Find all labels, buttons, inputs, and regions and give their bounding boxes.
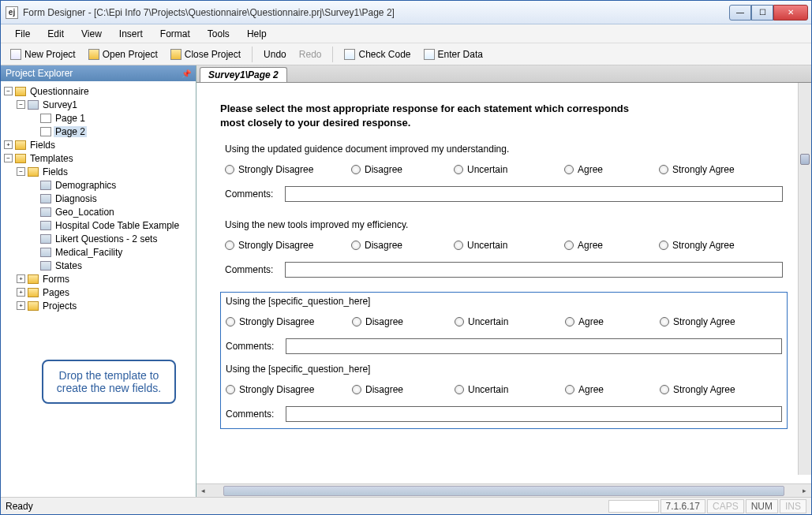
menu-format[interactable]: Format bbox=[152, 26, 198, 42]
likert-option[interactable]: Agree bbox=[565, 316, 628, 327]
tree-page-1[interactable]: Page 1 bbox=[2, 111, 194, 125]
pin-icon[interactable]: 📌 bbox=[181, 69, 191, 78]
likert-option[interactable]: Uncertain bbox=[455, 384, 533, 395]
close-button[interactable]: ✕ bbox=[773, 5, 808, 21]
radio-icon[interactable] bbox=[660, 317, 669, 327]
radio-icon[interactable] bbox=[659, 165, 668, 174]
question-block[interactable]: Using the new tools improved my efficien… bbox=[220, 216, 788, 284]
tree-fields[interactable]: +Fields bbox=[2, 138, 194, 151]
check-code-button[interactable]: Check Code bbox=[339, 47, 415, 62]
likert-option[interactable]: Agree bbox=[565, 384, 628, 395]
likert-option[interactable]: Strongly Agree bbox=[660, 316, 747, 327]
likert-option[interactable]: Strongly Disagree bbox=[226, 384, 320, 395]
expand-icon[interactable]: + bbox=[17, 301, 25, 310]
radio-icon[interactable] bbox=[226, 385, 235, 394]
radio-icon[interactable] bbox=[352, 317, 361, 327]
tree-pages-group[interactable]: +Pages bbox=[2, 285, 194, 299]
radio-icon[interactable] bbox=[454, 241, 463, 250]
tree-template-item[interactable]: Geo_Location bbox=[2, 205, 194, 218]
vertical-scrollbar[interactable] bbox=[798, 83, 811, 475]
minimize-button[interactable]: — bbox=[729, 5, 751, 21]
likert-option[interactable]: Disagree bbox=[352, 316, 423, 327]
collapse-icon[interactable]: − bbox=[4, 87, 13, 95]
likert-option[interactable]: Agree bbox=[564, 164, 627, 175]
radio-icon[interactable] bbox=[226, 317, 235, 327]
canvas-scroll[interactable]: Please select the most appropriate respo… bbox=[196, 83, 811, 483]
tree-templates-fields[interactable]: −Fields bbox=[2, 165, 194, 178]
menu-help[interactable]: Help bbox=[239, 26, 275, 42]
open-project-button[interactable]: Open Project bbox=[84, 47, 163, 62]
tree-page-2[interactable]: Page 2 bbox=[2, 125, 194, 138]
radio-icon[interactable] bbox=[455, 385, 464, 394]
enter-data-button[interactable]: Enter Data bbox=[419, 47, 488, 62]
radio-icon[interactable] bbox=[225, 241, 234, 250]
scroll-right-arrow[interactable]: ▸ bbox=[798, 484, 811, 498]
scroll-track[interactable] bbox=[223, 486, 784, 496]
expand-icon[interactable]: + bbox=[4, 140, 13, 149]
likert-option[interactable]: Strongly Disagree bbox=[225, 240, 320, 251]
tree-template-item[interactable]: Medical_Facility bbox=[2, 245, 194, 259]
expand-icon[interactable]: + bbox=[17, 274, 25, 283]
radio-icon[interactable] bbox=[351, 241, 361, 250]
comments-input[interactable] bbox=[285, 186, 783, 202]
radio-icon[interactable] bbox=[660, 385, 669, 394]
radio-icon[interactable] bbox=[565, 385, 574, 394]
tree-template-item[interactable]: Demographics bbox=[2, 178, 194, 192]
radio-icon[interactable] bbox=[225, 165, 234, 174]
likert-option[interactable]: Uncertain bbox=[455, 316, 533, 327]
tree-forms[interactable]: +Forms bbox=[2, 272, 194, 285]
tree-template-item[interactable]: Diagnosis bbox=[2, 192, 194, 205]
tree-survey[interactable]: −Survey1 bbox=[2, 98, 194, 111]
menu-tools[interactable]: Tools bbox=[200, 26, 238, 42]
likert-option[interactable]: Disagree bbox=[351, 164, 422, 175]
likert-option[interactable]: Disagree bbox=[352, 384, 423, 395]
menu-view[interactable]: View bbox=[73, 26, 110, 42]
expand-icon[interactable]: + bbox=[17, 288, 25, 297]
radio-icon[interactable] bbox=[352, 385, 361, 394]
likert-option[interactable]: Agree bbox=[564, 240, 627, 251]
comments-input[interactable] bbox=[286, 338, 782, 354]
radio-icon[interactable] bbox=[565, 317, 574, 327]
scroll-thumb[interactable] bbox=[800, 154, 810, 165]
selected-template-group[interactable]: Using the [specific_question_here]Strong… bbox=[220, 292, 788, 429]
new-project-button[interactable]: New Project bbox=[6, 47, 80, 62]
likert-option[interactable]: Uncertain bbox=[454, 240, 533, 251]
radio-icon[interactable] bbox=[455, 317, 464, 327]
radio-icon[interactable] bbox=[564, 241, 574, 250]
likert-option[interactable]: Strongly Disagree bbox=[226, 316, 320, 327]
tree-template-item[interactable]: Likert Questions - 2 sets bbox=[2, 232, 194, 245]
collapse-icon[interactable]: − bbox=[4, 154, 13, 162]
likert-option[interactable]: Strongly Disagree bbox=[225, 164, 320, 175]
comments-input[interactable] bbox=[286, 406, 782, 422]
tab-current-page[interactable]: Survey1\Page 2 bbox=[200, 67, 287, 82]
radio-icon[interactable] bbox=[454, 165, 463, 174]
radio-icon[interactable] bbox=[351, 165, 361, 174]
tree-projects[interactable]: +Projects bbox=[2, 299, 194, 312]
likert-option[interactable]: Disagree bbox=[351, 240, 422, 251]
scroll-left-arrow[interactable]: ◂ bbox=[196, 484, 210, 498]
tree-template-item[interactable]: States bbox=[2, 259, 194, 272]
redo-button[interactable]: Redo bbox=[294, 47, 327, 62]
collapse-icon[interactable]: − bbox=[17, 100, 25, 109]
menu-insert[interactable]: Insert bbox=[111, 26, 151, 42]
radio-icon[interactable] bbox=[659, 241, 668, 250]
menu-file[interactable]: File bbox=[7, 26, 38, 42]
scroll-thumb[interactable] bbox=[224, 487, 784, 495]
maximize-button[interactable]: ☐ bbox=[751, 5, 773, 21]
menu-edit[interactable]: Edit bbox=[39, 26, 72, 42]
question-block[interactable]: Using the [specific_question_here]Strong… bbox=[221, 360, 787, 428]
undo-button[interactable]: Undo bbox=[259, 47, 291, 62]
question-block[interactable]: Using the [specific_question_here]Strong… bbox=[221, 293, 787, 360]
likert-option[interactable]: Strongly Agree bbox=[660, 384, 747, 395]
radio-icon[interactable] bbox=[564, 165, 574, 174]
tree-template-item[interactable]: Hospital Code Table Example bbox=[2, 218, 194, 232]
tree-root[interactable]: −Questionnaire bbox=[2, 84, 194, 98]
comments-input[interactable] bbox=[285, 262, 783, 278]
likert-option[interactable]: Strongly Agree bbox=[659, 164, 746, 175]
likert-option[interactable]: Strongly Agree bbox=[659, 240, 746, 251]
close-project-button[interactable]: Close Project bbox=[166, 47, 245, 62]
question-block[interactable]: Using the updated guidence document impr… bbox=[220, 140, 788, 208]
likert-option[interactable]: Uncertain bbox=[454, 164, 533, 175]
horizontal-scrollbar[interactable]: ◂ ▸ bbox=[196, 483, 811, 497]
collapse-icon[interactable]: − bbox=[17, 167, 25, 176]
